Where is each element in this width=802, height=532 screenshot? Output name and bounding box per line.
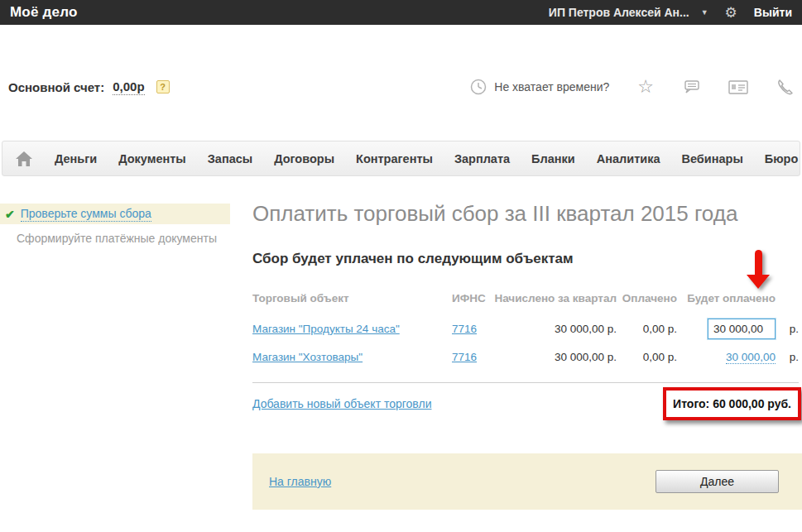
section-subtitle: Сбор будет уплачен по следующим объектам [252, 251, 574, 267]
total-amount: Итого: 60 000,00 руб. [673, 397, 791, 410]
shop-link[interactable]: Магазин "Продукты 24 часа" [252, 323, 400, 335]
sidebar-step-payment-docs: Сформируйте платёжные документы [17, 232, 217, 245]
col-header-ifns: ИФНС [452, 292, 493, 304]
nav-item-salary[interactable]: Зарплата [454, 152, 510, 165]
main-content: Оплатить торговый сбор за III квартал 20… [252, 199, 802, 453]
app-logo[interactable]: Моё дело [10, 4, 78, 21]
nav-item-documents[interactable]: Документы [118, 152, 186, 165]
help-icon[interactable]: ? [156, 80, 170, 93]
phone-icon[interactable] [776, 79, 794, 96]
paid-value: 0,00 р. [617, 351, 677, 363]
table-header-row: Торговый объект ИФНС Начислено за кварта… [252, 292, 799, 304]
sidebar-step-check-amounts[interactable]: ✔ Проверьте суммы сбора [0, 204, 230, 224]
table-divider [252, 382, 799, 383]
col-header-object: Торговый объект [252, 292, 452, 304]
table-row: Магазин "Хозтовары" 7716 30 000,00 р. 0,… [252, 344, 799, 369]
shop-link[interactable]: Магазин "Хозтовары" [252, 351, 363, 363]
checkmark-icon: ✔ [5, 208, 15, 221]
col-header-to-pay: Будет оплачено [677, 292, 776, 304]
ifns-link[interactable]: 7716 [452, 323, 477, 335]
total-highlight-box: Итого: 60 000,00 руб. [663, 387, 801, 420]
chevron-down-icon[interactable]: ▼ [701, 8, 708, 17]
nav-item-contracts[interactable]: Договоры [274, 152, 334, 165]
go-home-link[interactable]: На главную [269, 475, 331, 488]
annotation-arrow [747, 250, 770, 289]
to-pay-link[interactable]: 30 000,00 [726, 351, 776, 364]
col-header-accrued: Начислено за квартал [493, 292, 617, 304]
nav-item-forms[interactable]: Бланки [531, 152, 575, 165]
account-balance-label: Основной счет: [8, 80, 104, 94]
settings-gear-icon[interactable]: ⚙ [725, 6, 737, 20]
clock-icon [470, 79, 487, 95]
next-button[interactable]: Далее [656, 470, 779, 493]
page-title: Оплатить торговый сбор за III квартал 20… [252, 201, 737, 227]
account-row: Основной счет: 0,00р ? Не хватает времен… [0, 73, 802, 101]
nav-item-counterparties[interactable]: Контрагенты [356, 152, 433, 165]
favorites-star-icon[interactable]: ☆ [637, 78, 654, 96]
nav-item-analytics[interactable]: Аналитика [597, 152, 660, 165]
nav-item-money[interactable]: Деньги [55, 152, 97, 165]
accrued-value: 30 000,00 р. [493, 323, 617, 335]
paid-value: 0,00 р. [617, 323, 677, 335]
account-balance-value[interactable]: 0,00р [113, 79, 144, 95]
topbar-right: ИП Петров Алексей Ан... ▼ ⚙ Выйти [549, 6, 792, 20]
ifns-link[interactable]: 7716 [452, 351, 477, 363]
no-time-prompt[interactable]: Не хватает времени? [470, 79, 609, 95]
col-header-paid: Оплачено [617, 292, 677, 304]
table-row: Магазин "Продукты 24 часа" 7716 30 000,0… [252, 316, 799, 341]
chat-icon[interactable] [682, 79, 700, 94]
accrued-value: 30 000,00 р. [493, 351, 617, 363]
nav-item-stock[interactable]: Запасы [208, 152, 252, 165]
to-pay-input[interactable] [708, 319, 776, 339]
contact-card-icon[interactable] [728, 80, 748, 94]
account-balance-group: Основной счет: 0,00р ? [8, 79, 170, 95]
nav-item-bureau[interactable]: Бюро [765, 152, 799, 165]
currency-label: р. [776, 323, 799, 335]
logout-link[interactable]: Выйти [754, 6, 792, 19]
page: Моё дело ИП Петров Алексей Ан... ▼ ⚙ Вый… [0, 0, 802, 532]
currency-label: р. [776, 351, 799, 363]
current-user-menu[interactable]: ИП Петров Алексей Ан... [549, 6, 689, 19]
top-bar: Моё дело ИП Петров Алексей Ан... ▼ ⚙ Вый… [0, 0, 802, 25]
nav-item-webinars[interactable]: Вебинары [682, 152, 743, 165]
quick-actions: Не хватает времени? ☆ [470, 78, 794, 96]
footer-action-bar: На главную Далее [252, 453, 802, 510]
add-trade-object-link[interactable]: Добавить новый объект торговли [252, 397, 431, 410]
sidebar-step-label[interactable]: Проверьте суммы сбора [21, 207, 151, 222]
no-time-label: Не хватает времени? [494, 80, 609, 93]
main-nav: Деньги Документы Запасы Договоры Контраг… [2, 141, 800, 176]
home-icon[interactable] [15, 151, 33, 167]
